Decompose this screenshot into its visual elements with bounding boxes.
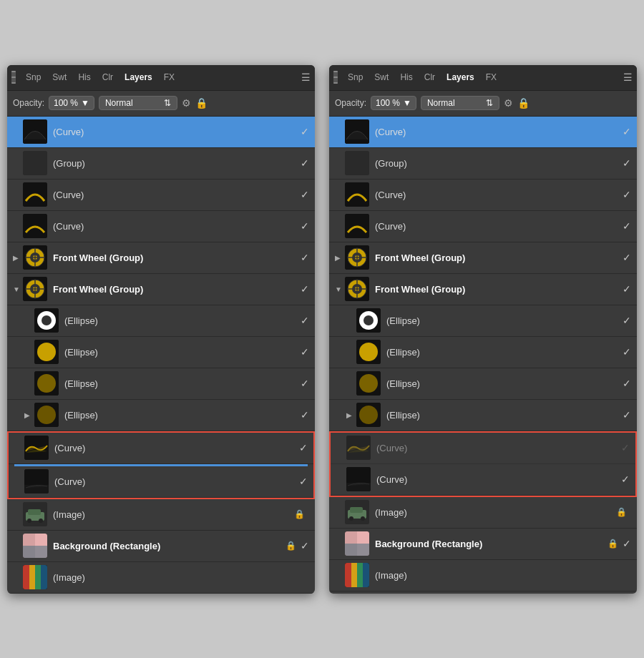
layer-visibility-check[interactable]: ✓ [623, 538, 631, 549]
layer-row[interactable]: (Image)🔒 [7, 499, 315, 531]
tab-snp[interactable]: Snp [20, 72, 47, 82]
blend-mode-dropdown[interactable]: Normal⇅ [99, 96, 177, 110]
layer-visibility-check[interactable]: ✓ [623, 252, 631, 263]
layer-visibility-check[interactable]: ✓ [623, 283, 631, 295]
layer-visibility-check[interactable]: ✓ [623, 189, 631, 200]
layer-visibility-check[interactable]: ✓ [301, 252, 309, 263]
tab-clr[interactable]: Clr [97, 72, 119, 82]
layer-visibility-check[interactable]: ✓ [301, 346, 309, 358]
layer-thumbnail [24, 436, 49, 460]
blend-mode-dropdown[interactable]: Normal⇅ [421, 96, 499, 110]
tab-fx[interactable]: FX [158, 72, 180, 82]
layer-row[interactable]: (Curve)✓ [9, 433, 313, 464]
layer-row[interactable]: ▼Front Wheel (Group)✓ [7, 274, 315, 305]
tab-clr[interactable]: Clr [419, 72, 441, 82]
layer-row[interactable]: ▶Front Wheel (Group)✓ [329, 242, 637, 274]
layer-visibility-check[interactable]: ✓ [623, 157, 631, 169]
svg-rect-80 [345, 563, 351, 587]
layer-lock-icon[interactable]: 🔒 [294, 509, 305, 519]
layer-name: (Curve) [375, 127, 618, 137]
layer-row[interactable]: (Ellipse)✓ [329, 368, 637, 400]
layer-row[interactable]: ▶(Ellipse)✓ [7, 400, 315, 431]
layer-row[interactable]: (Curve)✓ [9, 466, 313, 498]
tab-swt[interactable]: Swt [47, 72, 72, 82]
layer-row[interactable]: (Group)✓ [329, 148, 637, 180]
expand-arrow-icon[interactable]: ▶ [24, 411, 34, 419]
drag-red-outline: (Curve)✓(Curve)✓ [7, 431, 315, 499]
opacity-dropdown[interactable]: 100 %▼ [49, 96, 94, 110]
layer-visibility-check[interactable]: ✓ [301, 126, 309, 137]
layer-visibility-check[interactable]: ✓ [621, 442, 630, 453]
layer-row[interactable]: (Curve)✓ [331, 464, 635, 496]
tab-layers[interactable]: Layers [441, 72, 480, 82]
expand-arrow-icon[interactable]: ▼ [13, 285, 23, 293]
layer-thumbnail [23, 151, 47, 175]
layer-visibility-check[interactable]: ✓ [301, 315, 309, 326]
layer-visibility-check[interactable]: ✓ [301, 283, 309, 295]
layer-row[interactable]: Background (Rectangle)🔒✓ [329, 529, 637, 560]
lock-icon[interactable]: 🔒 [195, 97, 208, 109]
layer-row[interactable]: (Curve)✓ [7, 117, 315, 148]
expand-arrow-icon[interactable]: ▶ [13, 254, 23, 262]
layer-row[interactable]: (Curve)✓ [329, 211, 637, 242]
layer-row[interactable]: (Curve)✓ [7, 180, 315, 211]
expand-arrow-icon[interactable]: ▶ [335, 254, 345, 262]
tab-layers[interactable]: Layers [119, 72, 158, 82]
layer-visibility-check[interactable]: ✓ [623, 409, 631, 421]
layer-visibility-check[interactable]: ✓ [299, 476, 308, 487]
tab-his[interactable]: His [394, 72, 418, 82]
settings-icon[interactable]: ⚙ [182, 97, 191, 109]
layer-row[interactable]: ▶(Ellipse)✓ [329, 400, 637, 431]
svg-rect-38 [23, 565, 29, 589]
layer-row[interactable]: (Ellipse)✓ [7, 337, 315, 368]
tab-his[interactable]: His [72, 72, 96, 82]
layer-row[interactable]: (Curve)✓ [329, 117, 637, 148]
layer-row[interactable]: (Curve)✓ [7, 211, 315, 242]
tab-swt[interactable]: Swt [369, 72, 394, 82]
panel-handle[interactable] [333, 71, 338, 84]
panel-handle[interactable] [11, 71, 16, 84]
layer-visibility-check[interactable]: ✓ [299, 442, 308, 453]
opacity-dropdown[interactable]: 100 %▼ [371, 96, 416, 110]
expand-arrow-icon[interactable]: ▶ [346, 411, 356, 419]
layer-visibility-check[interactable]: ✓ [623, 220, 631, 232]
layer-lock-icon[interactable]: 🔒 [608, 539, 618, 549]
lock-icon[interactable]: 🔒 [517, 97, 530, 109]
layer-visibility-check[interactable]: ✓ [301, 157, 309, 169]
svg-point-74 [361, 516, 365, 521]
layer-row[interactable]: (Image)🔒 [329, 497, 637, 529]
layer-row[interactable]: Background (Rectangle)🔒✓ [7, 531, 315, 562]
layer-visibility-check[interactable]: ✓ [301, 378, 309, 389]
layer-visibility-check[interactable]: ✓ [301, 540, 309, 551]
layer-visibility-check[interactable]: ✓ [623, 315, 631, 326]
layer-thumbnail [34, 308, 59, 333]
layer-row[interactable]: ▶Front Wheel (Group)✓ [7, 242, 315, 274]
layer-row[interactable]: (Ellipse)✓ [329, 305, 637, 337]
layer-row[interactable]: (Ellipse)✓ [7, 368, 315, 400]
layer-name: (Image) [53, 572, 305, 583]
tab-fx[interactable]: FX [480, 72, 502, 82]
tab-snp[interactable]: Snp [342, 72, 369, 82]
layer-row[interactable]: (Image) [329, 560, 637, 591]
layer-visibility-check[interactable]: ✓ [623, 126, 631, 137]
layer-row[interactable]: ▼Front Wheel (Group)✓ [329, 274, 637, 305]
layer-visibility-check[interactable]: ✓ [621, 473, 630, 485]
expand-arrow-icon[interactable]: ▼ [335, 285, 345, 293]
layer-visibility-check[interactable]: ✓ [301, 220, 309, 232]
layer-row[interactable]: (Ellipse)✓ [7, 305, 315, 337]
layer-name: (Curve) [376, 443, 617, 453]
layer-row[interactable]: (Curve)✓ [331, 433, 635, 464]
settings-icon[interactable]: ⚙ [504, 97, 513, 109]
panel-menu-icon[interactable]: ☰ [301, 72, 311, 83]
layer-visibility-check[interactable]: ✓ [623, 378, 631, 389]
layer-visibility-check[interactable]: ✓ [301, 409, 309, 421]
layer-lock-icon[interactable]: 🔒 [286, 541, 296, 551]
layer-row[interactable]: (Image) [7, 562, 315, 594]
layer-lock-icon[interactable]: 🔒 [616, 507, 627, 517]
panel-menu-icon[interactable]: ☰ [623, 72, 633, 83]
layer-visibility-check[interactable]: ✓ [301, 189, 309, 200]
layer-row[interactable]: (Group)✓ [7, 148, 315, 180]
layer-row[interactable]: (Ellipse)✓ [329, 337, 637, 368]
layer-visibility-check[interactable]: ✓ [623, 346, 631, 358]
layer-row[interactable]: (Curve)✓ [329, 180, 637, 211]
